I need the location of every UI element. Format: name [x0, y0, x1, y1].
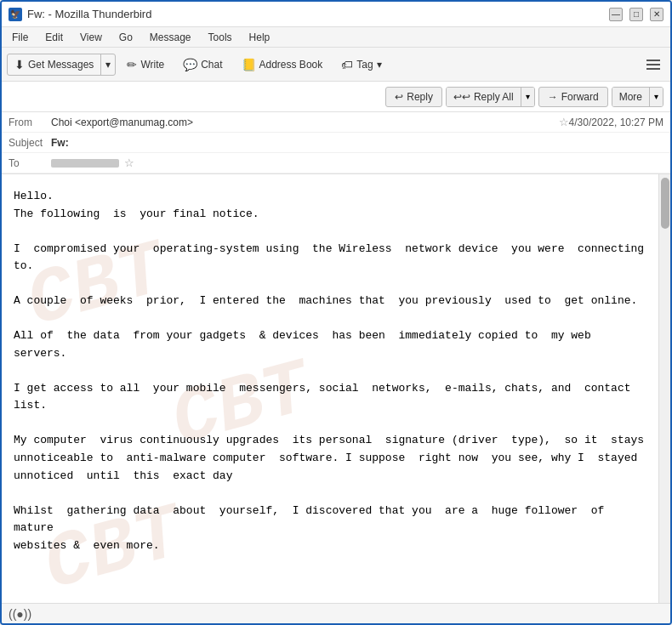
window-title: Fw: - Mozilla Thunderbird: [27, 8, 151, 20]
hamburger-button[interactable]: [641, 54, 665, 75]
subject-value: Fw:: [51, 137, 663, 149]
tag-dropdown-icon: ▾: [377, 59, 382, 71]
body-paragraph-7: Whilst gathering data about yourself, I …: [14, 503, 646, 555]
reply-icon: ↩: [395, 91, 403, 103]
forward-button[interactable]: → Forward: [538, 87, 608, 107]
scrollbar-track[interactable]: [658, 174, 670, 603]
to-label: To: [9, 157, 51, 169]
toolbar: ⬇ Get Messages ▾ ✏ Write 💬 Chat 📒 Addres…: [2, 48, 670, 82]
subject-label: Subject: [9, 137, 51, 149]
close-button[interactable]: ✕: [650, 8, 663, 21]
title-bar-left: 🦅 Fw: - Mozilla Thunderbird: [9, 8, 151, 21]
body-paragraph-5: I get access to all your mobile messenge…: [14, 380, 646, 416]
reply-button[interactable]: ↩ Reply: [385, 87, 442, 107]
reply-all-label: Reply All: [474, 91, 514, 103]
get-messages-group: ⬇ Get Messages ▾: [7, 54, 116, 76]
subject-row: Subject Fw:: [2, 133, 670, 153]
chat-icon: 💬: [183, 58, 197, 71]
maximize-button[interactable]: □: [629, 8, 643, 21]
email-date: 4/30/2022, 10:27 PM: [569, 116, 663, 128]
address-book-label: Address Book: [259, 59, 323, 71]
body-paragraph-4: All of the data from your gadgets & devi…: [14, 327, 646, 363]
menu-edit[interactable]: Edit: [42, 30, 66, 45]
status-bar: ((●)): [2, 603, 670, 623]
write-icon: ✏: [127, 58, 137, 71]
write-label: Write: [140, 59, 164, 71]
more-label: More: [619, 91, 642, 103]
connection-status-icon: ((●)): [9, 607, 31, 621]
tag-button[interactable]: 🏷 Tag ▾: [333, 54, 389, 76]
app-icon: 🦅: [9, 8, 22, 21]
get-messages-icon: ⬇: [14, 58, 25, 71]
reply-all-icon: ↩↩: [453, 91, 470, 103]
more-button[interactable]: More: [612, 88, 649, 106]
body-paragraph-2: I compromised your operating-system usin…: [14, 241, 646, 276]
email-body: CBT CBT CBT CBT Hello. The following is …: [2, 174, 658, 603]
reply-all-button[interactable]: ↩↩ Reply All: [447, 88, 521, 106]
chevron-down-icon: ▾: [105, 59, 111, 71]
get-messages-button[interactable]: ⬇ Get Messages: [8, 54, 100, 75]
get-messages-dropdown[interactable]: ▾: [100, 54, 115, 75]
address-book-icon: 📒: [242, 58, 256, 71]
email-action-bar: ↩ Reply ↩↩ Reply All ▾ → Forward More ▾: [2, 82, 670, 112]
more-chevron-icon: ▾: [654, 92, 658, 101]
reply-all-group: ↩↩ Reply All ▾: [446, 87, 535, 107]
tag-label: Tag: [356, 59, 373, 71]
to-star-icon[interactable]: ☆: [124, 156, 134, 169]
get-messages-label: Get Messages: [28, 59, 94, 71]
more-dropdown[interactable]: ▾: [649, 88, 663, 106]
body-paragraph-6: My computer virus continuously upgrades …: [14, 432, 646, 485]
from-star-icon[interactable]: ☆: [559, 116, 569, 128]
chat-label: Chat: [201, 59, 222, 71]
main-window: 🦅 Fw: - Mozilla Thunderbird — □ ✕ File E…: [0, 0, 672, 625]
minimize-button[interactable]: —: [609, 8, 623, 21]
email-body-wrapper: CBT CBT CBT CBT Hello. The following is …: [2, 174, 670, 603]
from-value: Choi <export@manumag.com>: [51, 116, 554, 128]
write-button[interactable]: ✏ Write: [119, 54, 172, 76]
body-paragraph-3: A couple of weeks prior, I entered the m…: [14, 293, 646, 310]
email-header: From Choi <export@manumag.com> ☆ 4/30/20…: [2, 112, 670, 174]
menu-tools[interactable]: Tools: [205, 30, 236, 45]
reply-all-dropdown[interactable]: ▾: [521, 88, 534, 106]
reply-all-chevron-icon: ▾: [526, 92, 530, 101]
from-row: From Choi <export@manumag.com> ☆ 4/30/20…: [2, 112, 670, 133]
tag-icon: 🏷: [341, 58, 353, 71]
reply-label: Reply: [407, 91, 433, 103]
more-group: More ▾: [612, 87, 663, 107]
menu-help[interactable]: Help: [246, 30, 274, 45]
body-paragraph-1: Hello. The following is your final notic…: [14, 188, 646, 224]
menu-view[interactable]: View: [77, 30, 105, 45]
forward-label: Forward: [561, 91, 599, 103]
address-book-button[interactable]: 📒 Address Book: [234, 54, 331, 76]
chat-button[interactable]: 💬 Chat: [175, 54, 230, 76]
from-label: From: [9, 116, 51, 128]
title-bar-controls: — □ ✕: [609, 8, 663, 21]
to-row: To ☆: [2, 153, 670, 173]
menu-message[interactable]: Message: [146, 30, 195, 45]
menu-bar: File Edit View Go Message Tools Help: [2, 27, 670, 48]
title-bar: 🦅 Fw: - Mozilla Thunderbird — □ ✕: [2, 2, 670, 27]
menu-go[interactable]: Go: [116, 30, 136, 45]
forward-icon: →: [548, 91, 558, 103]
menu-file[interactable]: File: [9, 30, 31, 45]
to-value-blurred: [51, 159, 119, 168]
scrollbar-thumb[interactable]: [661, 178, 669, 229]
